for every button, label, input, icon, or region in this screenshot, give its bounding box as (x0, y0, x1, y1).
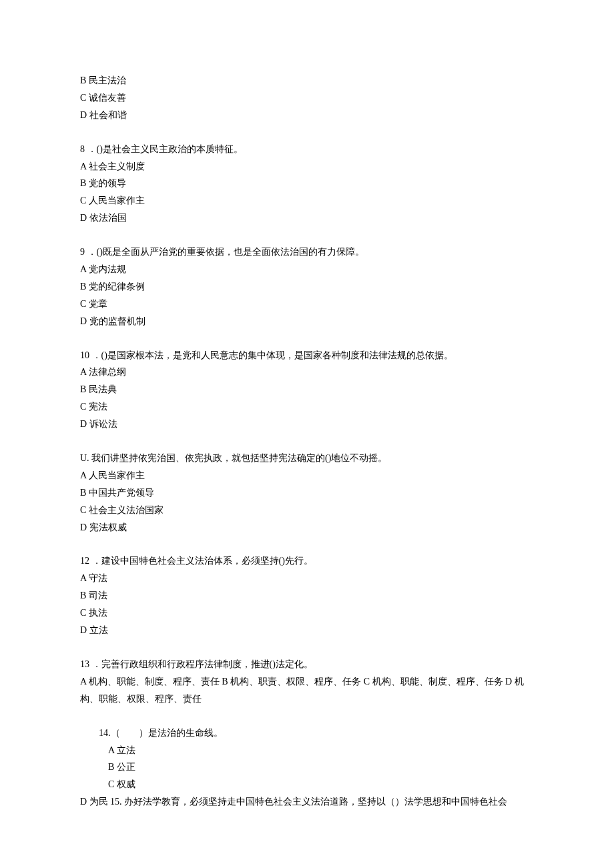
q8-stem: 8 ．()是社会主义民主政治的本质特征。 (80, 141, 534, 158)
spacer (80, 330, 534, 347)
q14-option-b: B 公正 (80, 759, 534, 776)
spacer (80, 536, 534, 552)
q13-options: A 机构、职能、制度、程序、责任 B 机构、职责、权限、程序、任务 C 机构、职… (80, 673, 534, 708)
spacer (80, 639, 534, 656)
q10-stem: 10 ．()是国家根本法，是党和人民意志的集中体现，是国家各种制度和法律法规的总… (80, 347, 534, 364)
spacer (80, 433, 534, 450)
q10-option-a: A 法律总纲 (80, 364, 534, 381)
q8-option-b: B 党的领导 (80, 175, 534, 192)
q14-option-d-and-q15: D 为民 15. 办好法学教育，必须坚持走中国特色社会主义法治道路，坚持以（）法… (80, 793, 534, 811)
spacer (80, 227, 534, 244)
q8-option-c: C 人民当家作主 (80, 192, 534, 209)
q14-option-c: C 权威 (80, 776, 534, 793)
q7-option-b: B 民主法治 (80, 72, 534, 89)
q11-option-c: C 社会主义法治国家 (80, 502, 534, 519)
q12-option-a: A 守法 (80, 570, 534, 587)
spacer (80, 124, 534, 141)
q11-option-a: A 人民当家作主 (80, 467, 534, 484)
q7-option-d: D 社会和谐 (80, 107, 534, 124)
document-page: B 民主法治 C 诚信友善 D 社会和谐 8 ．()是社会主义民主政治的本质特征… (0, 0, 614, 868)
q9-option-d: D 党的监督机制 (80, 313, 534, 330)
q8-option-d: D 依法治国 (80, 209, 534, 227)
q9-option-c: C 党章 (80, 296, 534, 313)
q12-stem: 12 ．建设中国特色社会主义法治体系，必须坚持()先行。 (80, 552, 534, 570)
q9-option-b: B 党的纪律条例 (80, 278, 534, 296)
q14-stem: 14.（ ）是法治的生命线。 (80, 725, 534, 742)
q10-option-d: D 诉讼法 (80, 416, 534, 433)
q13-stem: 13 ．完善行政组织和行政程序法律制度，推进()法定化。 (80, 656, 534, 673)
q9-stem: 9 ．()既是全面从严治党的重要依据，也是全面依法治国的有力保障。 (80, 244, 534, 261)
q12-option-c: C 执法 (80, 604, 534, 622)
q11-option-b: B 中国共产党领导 (80, 484, 534, 502)
spacer (80, 708, 534, 725)
q9-option-a: A 党内法规 (80, 261, 534, 278)
q8-option-a: A 社会主义制度 (80, 158, 534, 175)
q12-option-b: B 司法 (80, 587, 534, 604)
q10-option-b: B 民法典 (80, 381, 534, 398)
q10-option-c: C 宪法 (80, 398, 534, 416)
q14-option-a: A 立法 (80, 742, 534, 759)
q7-option-c: C 诚信友善 (80, 89, 534, 107)
q12-option-d: D 立法 (80, 622, 534, 639)
q11-option-d: D 宪法权威 (80, 519, 534, 536)
q11-stem: U. 我们讲坚持依宪治国、依宪执政，就包括坚持宪法确定的()地位不动摇。 (80, 450, 534, 467)
